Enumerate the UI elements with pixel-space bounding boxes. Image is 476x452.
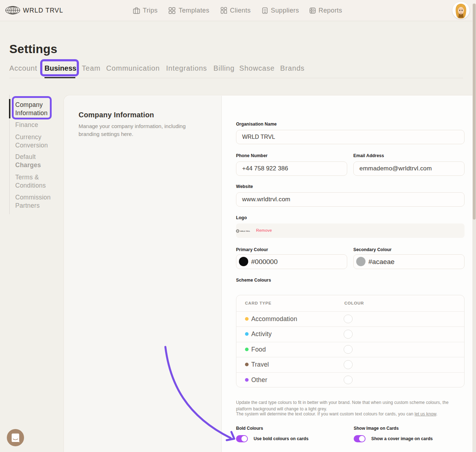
svg-text:WRLD TRVL: WRLD TRVL: [240, 230, 250, 232]
